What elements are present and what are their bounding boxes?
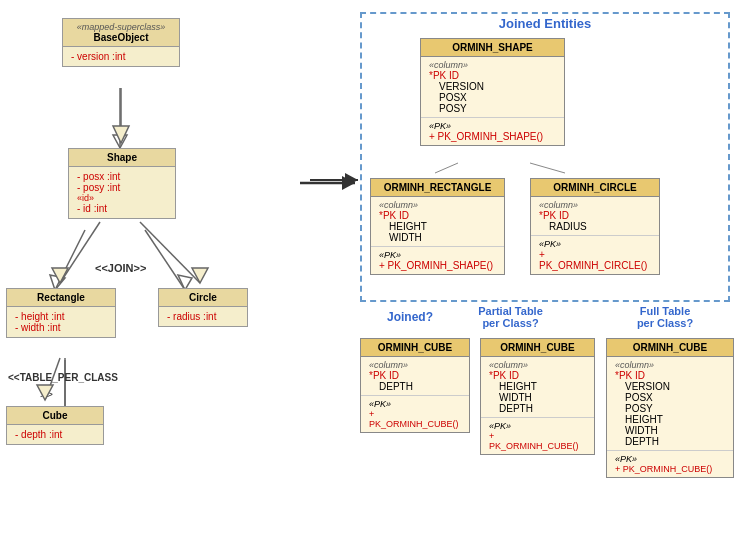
orminh-cube-joined-pk-method: + PK_ORMINH_CUBE() — [369, 409, 461, 429]
svg-marker-13 — [342, 176, 355, 190]
orminh-shape-pk: «PK» + PK_ORMINH_SHAPE() — [421, 118, 564, 145]
rectangle-header: Rectangle — [7, 289, 115, 307]
orminh-circle-pk: «PK» + PK_ORMINH_CIRCLE() — [531, 236, 659, 274]
orminh-cube-joined-col-1: DEPTH — [369, 381, 461, 392]
orminh-shape-col-3: POSY — [429, 103, 556, 114]
orminh-cube-full-cols: «column» *PK ID VERSION POSX POSY HEIGHT… — [607, 357, 733, 451]
cube-box: Cube - depth :int — [6, 406, 104, 445]
orminh-shape-col-1: VERSION — [429, 81, 556, 92]
orminh-circle-header: ORMINH_CIRCLE — [531, 179, 659, 197]
circle-body: - radius :int — [159, 307, 247, 326]
orminh-circle-stereotype: «column» — [539, 200, 651, 210]
shape-body: - posx :int - posy :int «id» - id :int — [69, 167, 175, 218]
orminh-shape-stereotype: «column» — [429, 60, 556, 70]
shape-id-section: «id» — [77, 193, 167, 203]
rectangle-attr-0: - height :int — [15, 311, 107, 322]
circle-header: Circle — [159, 289, 247, 307]
orminh-cube-full-col-0: *PK ID — [615, 370, 725, 381]
orminh-cube-full-stereotype: «column» — [615, 360, 725, 370]
orminh-cube-partial-col-1: HEIGHT — [489, 381, 586, 392]
svg-line-18 — [140, 222, 200, 283]
orminh-shape-col-2: POSX — [429, 92, 556, 103]
shape-attr-0: - posx :int — [77, 171, 167, 182]
svg-marker-19 — [192, 268, 208, 283]
orminh-cube-partial-pk-method: + PK_ORMINH_CUBE() — [489, 431, 586, 451]
orminh-cube-full-pk-label: «PK» — [615, 454, 725, 464]
base-object-header: «mapped-superclass» BaseObject — [63, 19, 179, 47]
table-per-class-label: <<TABLE_PER_CLASS — [8, 372, 118, 383]
orminh-rectangle-pk: «PK» + PK_ORMINH_SHAPE() — [371, 247, 504, 274]
orminh-circle-cols: «column» *PK ID RADIUS — [531, 197, 659, 236]
svg-text:>>: >> — [40, 388, 53, 400]
base-object-attr-0: - version :int — [71, 51, 171, 62]
orminh-cube-joined-pk-label: «PK» — [369, 399, 461, 409]
shape-name: Shape — [107, 152, 137, 163]
orminh-cube-full-col-1: VERSION — [615, 381, 725, 392]
orminh-circle-col-0: *PK ID — [539, 210, 651, 221]
shape-attr-1: - posy :int — [77, 182, 167, 193]
orminh-cube-joined-col-0: *PK ID — [369, 370, 461, 381]
orminh-circle-pk-label: «PK» — [539, 239, 651, 249]
base-object-body: - version :int — [63, 47, 179, 66]
svg-line-16 — [60, 222, 100, 283]
orminh-shape-box: ORMINH_SHAPE «column» *PK ID VERSION POS… — [420, 38, 565, 146]
orminh-rectangle-col-0: *PK ID — [379, 210, 496, 221]
circle-attr-0: - radius :int — [167, 311, 239, 322]
orminh-cube-partial-col-3: DEPTH — [489, 403, 586, 414]
orminh-cube-full-box: ORMINH_CUBE «column» *PK ID VERSION POSX… — [606, 338, 734, 478]
rectangle-box: Rectangle - height :int - width :int — [6, 288, 116, 338]
joined-entities-label: Joined Entities — [430, 16, 660, 31]
base-object-name: BaseObject — [93, 32, 148, 43]
orminh-cube-partial-pk-label: «PK» — [489, 421, 586, 431]
svg-line-4 — [145, 230, 185, 290]
svg-line-2 — [55, 230, 85, 290]
orminh-cube-joined-box: ORMINH_CUBE «column» *PK ID DEPTH «PK» +… — [360, 338, 470, 433]
orminh-cube-full-header: ORMINH_CUBE — [607, 339, 733, 357]
orminh-rectangle-pk-label: «PK» — [379, 250, 496, 260]
orminh-cube-full-col-2: POSX — [615, 392, 725, 403]
orminh-rectangle-stereotype: «column» — [379, 200, 496, 210]
svg-marker-1 — [113, 135, 127, 148]
svg-marker-15 — [113, 126, 129, 143]
orminh-rectangle-box: ORMINH_RECTANGLE «column» *PK ID HEIGHT … — [370, 178, 505, 275]
join-label: <<JOIN>> — [95, 262, 146, 274]
orminh-rectangle-col-1: HEIGHT — [379, 221, 496, 232]
rectangle-attr-1: - width :int — [15, 322, 107, 333]
orminh-shape-cols: «column» *PK ID VERSION POSX POSY — [421, 57, 564, 118]
orminh-cube-partial-pk: «PK» + PK_ORMINH_CUBE() — [481, 418, 594, 454]
orminh-cube-full-col-5: WIDTH — [615, 425, 725, 436]
big-arrow — [300, 168, 370, 200]
shape-header: Shape — [69, 149, 175, 167]
partial-label: Partial Tableper Class? — [453, 305, 568, 329]
orminh-circle-pk-method: + PK_ORMINH_CIRCLE() — [539, 249, 651, 271]
cube-header: Cube — [7, 407, 103, 425]
orminh-shape-pk-method: + PK_ORMINH_SHAPE() — [429, 131, 556, 142]
svg-marker-22 — [37, 385, 53, 400]
orminh-cube-joined-header: ORMINH_CUBE — [361, 339, 469, 357]
orminh-cube-partial-header: ORMINH_CUBE — [481, 339, 594, 357]
joined-question-label: Joined? — [360, 310, 460, 324]
orminh-rectangle-cols: «column» *PK ID HEIGHT WIDTH — [371, 197, 504, 247]
orminh-cube-partial-col-0: *PK ID — [489, 370, 586, 381]
orminh-shape-header: ORMINH_SHAPE — [421, 39, 564, 57]
cube-name: Cube — [43, 410, 68, 421]
orminh-cube-partial-col-2: WIDTH — [489, 392, 586, 403]
orminh-cube-partial-box: ORMINH_CUBE «column» *PK ID HEIGHT WIDTH… — [480, 338, 595, 455]
full-label: Full Tableper Class? — [600, 305, 730, 329]
svg-marker-17 — [52, 268, 68, 283]
orminh-cube-full-col-6: DEPTH — [615, 436, 725, 447]
orminh-rectangle-col-2: WIDTH — [379, 232, 496, 243]
base-object-stereotype: «mapped-superclass» — [68, 22, 174, 32]
orminh-cube-full-pk-method: + PK_ORMINH_CUBE() — [615, 464, 725, 474]
orminh-rectangle-pk-method: + PK_ORMINH_SHAPE() — [379, 260, 496, 271]
orminh-shape-pk-label: «PK» — [429, 121, 556, 131]
orminh-cube-full-col-3: POSY — [615, 403, 725, 414]
cube-body: - depth :int — [7, 425, 103, 444]
big-arrow-svg — [300, 168, 370, 198]
orminh-circle-box: ORMINH_CIRCLE «column» *PK ID RADIUS «PK… — [530, 178, 660, 275]
orminh-shape-col-0: *PK ID — [429, 70, 556, 81]
orminh-cube-full-pk: «PK» + PK_ORMINH_CUBE() — [607, 451, 733, 477]
diagram-container: «mapped-superclass» BaseObject - version… — [0, 0, 742, 553]
orminh-cube-partial-cols: «column» *PK ID HEIGHT WIDTH DEPTH — [481, 357, 594, 418]
orminh-cube-full-col-4: HEIGHT — [615, 414, 725, 425]
